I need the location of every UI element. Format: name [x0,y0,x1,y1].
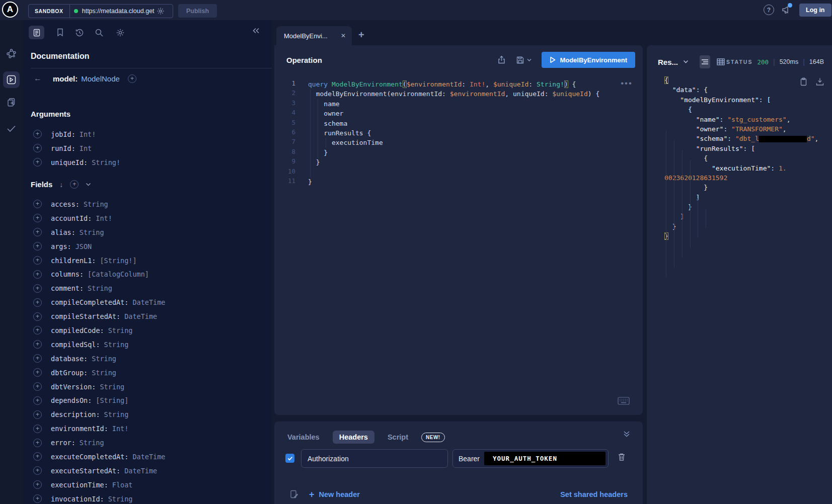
search-icon[interactable] [95,28,104,37]
endpoint-url-field[interactable]: https://metadata.cloud.get [70,7,173,15]
field-type[interactable]: String [80,228,104,236]
add-to-query-button[interactable]: + [33,466,42,475]
chevron-down-icon[interactable] [86,183,91,187]
add-to-query-button[interactable]: + [33,200,42,208]
collapse-request-panel-icon[interactable] [623,431,630,438]
field-type[interactable]: String [100,383,124,391]
field-type[interactable]: Int! [96,214,112,222]
add-to-query-button[interactable]: + [33,158,42,166]
sort-fields-icon[interactable]: ↓ [59,181,63,189]
field-name[interactable]: jobId: [51,130,75,138]
share-operation-icon[interactable] [497,55,506,64]
login-button[interactable]: Log in [799,4,831,17]
field-name[interactable]: compiledSql: [51,341,100,349]
field-name[interactable]: compileStartedAt: [51,312,120,320]
add-to-query-button[interactable]: + [33,144,42,152]
field-type[interactable]: [String] [96,396,128,404]
field-type[interactable]: String [80,439,104,447]
back-arrow-icon[interactable]: ← [34,74,42,83]
field-type[interactable]: [String!] [100,257,136,265]
field-name[interactable]: access: [51,200,80,208]
field-type[interactable]: String [92,369,116,377]
copy-response-icon[interactable] [800,77,807,86]
download-response-icon[interactable] [816,77,824,86]
field-name[interactable]: dependsOn: [51,396,92,404]
operation-collections-icon[interactable] [6,97,17,108]
response-dropdown[interactable]: Res... [658,58,678,66]
history-icon[interactable] [75,28,84,37]
add-to-query-button[interactable]: + [33,326,42,334]
field-name[interactable]: args: [51,242,71,250]
add-to-query-button[interactable]: + [33,480,42,489]
tab-headers[interactable]: Headers [333,431,374,444]
field-name[interactable]: alias: [51,228,75,236]
field-name[interactable]: database: [51,355,88,363]
publish-button[interactable]: Publish [178,4,217,18]
graphql-editor[interactable]: query ModelByEnvironment($environmentId:… [308,79,599,187]
breadcrumb-type-link[interactable]: ModelNode [81,74,120,83]
delete-header-icon[interactable] [618,453,626,461]
field-name[interactable]: columns: [51,270,84,278]
announcements-icon[interactable] [781,5,791,15]
field-type[interactable]: Int [80,144,92,152]
tab-variables[interactable]: Variables [287,433,320,441]
new-tab-button[interactable]: + [358,29,364,41]
add-to-query-button[interactable]: + [33,228,42,236]
field-type[interactable]: DateTime [124,312,157,320]
field-name[interactable]: dbtGroup: [51,369,88,377]
field-name[interactable]: compiledCode: [51,326,104,334]
header-enabled-checkbox[interactable] [285,454,294,463]
add-to-query-button[interactable]: + [33,494,42,503]
field-type[interactable]: String [84,200,108,208]
field-type[interactable]: String [104,341,129,349]
field-name[interactable]: dbtVersion: [51,383,96,391]
field-name[interactable]: compileCompletedAt: [51,298,128,306]
add-to-query-button[interactable]: + [33,270,42,279]
new-header-button[interactable]: + New header [309,489,360,500]
help-icon[interactable]: ? [764,5,774,15]
add-to-query-button[interactable]: + [33,214,42,222]
add-to-query-button[interactable]: + [33,382,42,391]
add-to-query-button[interactable]: + [33,396,42,405]
field-type[interactable]: [CatalogColumn] [88,270,149,278]
add-to-query-button[interactable]: + [33,340,42,349]
formatted-view-toggle[interactable] [700,55,710,68]
endpoint-url[interactable]: https://metadata.cloud.get [82,8,155,15]
field-name[interactable]: executeStartedAt: [51,467,120,475]
field-type[interactable]: DateTime [132,453,165,461]
field-name[interactable]: uniqueId: [51,158,88,166]
add-to-query-button[interactable]: + [33,256,42,265]
add-all-fields-button[interactable]: + [70,180,79,189]
header-value-input[interactable]: Bearer YOUR_AUTH_TOKEN [452,449,609,468]
field-type[interactable]: String [88,284,112,292]
field-name[interactable]: environmentId: [51,425,108,433]
edit-as-text-icon[interactable] [290,490,298,499]
field-type[interactable]: String [92,355,116,363]
add-to-query-button[interactable]: + [33,439,42,447]
add-to-query-button[interactable]: + [33,130,42,138]
settings-gear-icon[interactable] [116,28,125,37]
tab-script[interactable]: Script [388,433,408,441]
operation-menu-icon[interactable]: ••• [621,78,633,89]
field-type[interactable]: DateTime [132,298,165,306]
field-name[interactable]: executeCompletedAt: [51,453,128,461]
add-to-query-button[interactable]: + [33,368,42,377]
bookmark-icon[interactable] [56,28,64,37]
apollo-logo[interactable]: A [2,2,18,18]
field-type[interactable]: Int! [112,425,129,433]
field-name[interactable]: description: [51,410,100,418]
add-to-query-button[interactable]: + [33,312,42,321]
keyboard-shortcuts-icon[interactable] [618,397,630,405]
field-name[interactable]: executionTime: [51,481,108,489]
field-type[interactable]: JSON [75,242,92,250]
set-shared-headers-link[interactable]: Set shared headers [560,490,628,498]
explorer-tab-active[interactable] [3,71,20,88]
operation-tab[interactable]: ModelByEnvi... ✕ [276,26,352,45]
field-type[interactable]: String [108,495,133,503]
run-operation-button[interactable]: ModelByEnvironment [542,52,635,68]
field-name[interactable]: error: [51,439,75,447]
field-type[interactable]: String! [92,158,120,166]
response-dropdown-chevron-icon[interactable] [683,60,689,64]
header-key-input[interactable] [301,449,448,468]
collapse-doc-panel-icon[interactable] [252,27,260,34]
